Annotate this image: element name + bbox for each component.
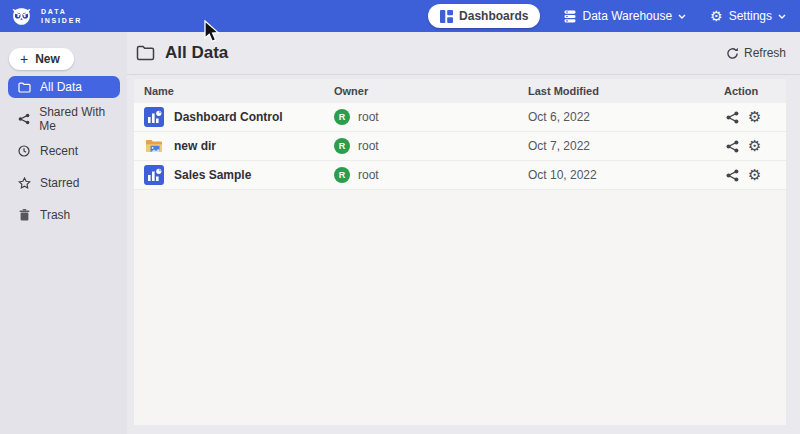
- chevron-down-icon: [678, 14, 686, 19]
- share-icon[interactable]: [726, 169, 739, 182]
- dashboard-file-icon: [144, 107, 164, 127]
- dashboards-label: Dashboards: [459, 9, 528, 23]
- settings-label: Settings: [729, 9, 772, 23]
- sidebar: + New All Data Shared With Me Recent: [0, 32, 127, 434]
- refresh-label: Refresh: [744, 46, 786, 60]
- gear-icon: ⚙: [710, 9, 723, 23]
- top-navbar: DATA INSIDER Dashboards: [0, 0, 800, 32]
- clock-icon: [17, 145, 31, 157]
- share-icon[interactable]: [726, 140, 739, 153]
- data-warehouse-menu[interactable]: Data Warehouse: [564, 9, 686, 23]
- share-icon: [17, 113, 30, 125]
- column-header-owner: Owner: [334, 85, 528, 97]
- folder-icon: [17, 82, 31, 93]
- dashboard-grid-icon: [440, 10, 453, 23]
- dashboards-button[interactable]: Dashboards: [428, 4, 540, 28]
- file-table: Name Owner Last Modified Action Dashboar…: [134, 79, 786, 425]
- main-header: All Data Refresh: [127, 32, 800, 75]
- owner-avatar: R: [334, 138, 350, 154]
- last-modified-date: Oct 10, 2022: [528, 168, 724, 182]
- sidebar-item-label: Recent: [40, 144, 78, 158]
- last-modified-date: Oct 7, 2022: [528, 139, 724, 153]
- sidebar-item-recent[interactable]: Recent: [8, 140, 120, 162]
- chevron-down-icon: [778, 14, 786, 19]
- settings-menu[interactable]: ⚙ Settings: [710, 9, 786, 23]
- refresh-button[interactable]: Refresh: [726, 46, 786, 60]
- sidebar-item-label: Trash: [40, 208, 70, 222]
- last-modified-date: Oct 6, 2022: [528, 110, 724, 124]
- refresh-icon: [726, 47, 739, 60]
- owner-name: root: [358, 139, 379, 153]
- column-header-name: Name: [144, 85, 334, 97]
- sidebar-item-all-data[interactable]: All Data: [8, 76, 120, 98]
- sidebar-item-label: All Data: [40, 80, 82, 94]
- owl-logo-icon: [10, 6, 33, 27]
- column-header-action: Action: [724, 85, 786, 97]
- dashboard-file-icon: [144, 165, 164, 185]
- database-icon: [564, 10, 576, 23]
- brand-name: DATA INSIDER: [41, 7, 82, 25]
- trash-icon: [17, 209, 31, 221]
- page-title: All Data: [165, 43, 228, 63]
- gear-icon[interactable]: ⚙: [748, 168, 761, 183]
- owner-name: root: [358, 110, 379, 124]
- plus-icon: +: [20, 52, 28, 66]
- new-button[interactable]: + New: [9, 48, 74, 70]
- star-icon: [17, 177, 31, 189]
- sidebar-item-trash[interactable]: Trash: [8, 204, 120, 226]
- folder-icon: [136, 45, 155, 61]
- data-warehouse-label: Data Warehouse: [582, 9, 672, 23]
- sidebar-item-label: Starred: [40, 176, 79, 190]
- file-name[interactable]: Sales Sample: [174, 168, 251, 182]
- brand-logo: DATA INSIDER: [10, 6, 82, 27]
- column-header-last-modified: Last Modified: [528, 85, 724, 97]
- owner-avatar: R: [334, 167, 350, 183]
- table-row[interactable]: new dir R root Oct 7, 2022 ⚙: [134, 132, 786, 161]
- file-name[interactable]: new dir: [174, 139, 216, 153]
- folder-file-icon: [144, 136, 164, 156]
- gear-icon[interactable]: ⚙: [748, 139, 761, 154]
- table-row[interactable]: Sales Sample R root Oct 10, 2022 ⚙: [134, 161, 786, 190]
- share-icon[interactable]: [726, 111, 739, 124]
- owner-name: root: [358, 168, 379, 182]
- table-row[interactable]: Dashboard Control R root Oct 6, 2022 ⚙: [134, 103, 786, 132]
- sidebar-item-shared-with-me[interactable]: Shared With Me: [8, 108, 120, 130]
- new-button-label: New: [35, 52, 60, 66]
- gear-icon[interactable]: ⚙: [748, 110, 761, 125]
- sidebar-item-starred[interactable]: Starred: [8, 172, 120, 194]
- sidebar-item-label: Shared With Me: [39, 105, 120, 133]
- owner-avatar: R: [334, 109, 350, 125]
- file-name[interactable]: Dashboard Control: [174, 110, 283, 124]
- main-area: All Data Refresh Name Owner Last Modifie…: [127, 32, 800, 434]
- table-header: Name Owner Last Modified Action: [134, 79, 786, 103]
